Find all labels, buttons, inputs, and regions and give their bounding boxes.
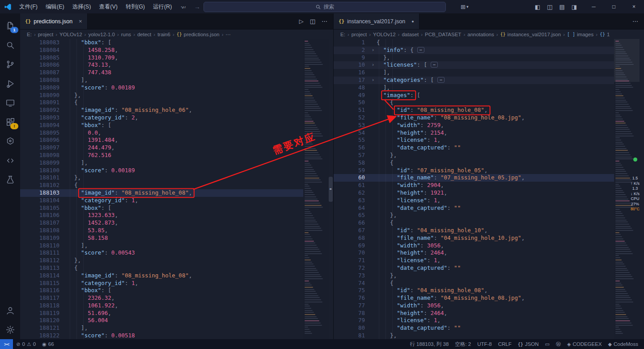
window-close-button[interactable]: × <box>624 0 644 13</box>
code-line[interactable]: 188108 53.85, <box>20 227 303 234</box>
breadcrumb-item[interactable]: PCB_DATASET <box>425 32 461 37</box>
menu-item-3[interactable]: 查看(V) <box>95 0 122 13</box>
breadcrumb-item[interactable]: yolov12-1.0 <box>88 32 114 37</box>
split-editor-icon[interactable]: ◫ <box>310 18 315 25</box>
tab-close-icon[interactable]: × <box>79 18 82 25</box>
code-line[interactable]: 188083 "bbox": [ <box>20 39 303 47</box>
breadcrumb-item[interactable]: {}1 <box>600 32 610 37</box>
code-line[interactable]: 188103 "image_id": "08_missing_hole_08", <box>20 189 303 197</box>
code-line[interactable]: 59 "id": "07_missing_hole_05", <box>334 167 614 174</box>
code-line[interactable]: 188095 0.0, <box>20 129 303 137</box>
breadcrumb-item[interactable]: train6 <box>157 32 170 37</box>
code-line[interactable]: 51 "id": "08_missing_hole_08", <box>334 106 614 114</box>
breadcrumb-item[interactable]: {}predictions.json <box>177 32 220 37</box>
code-line[interactable]: 188114 "image_id": "08_missing_hole_08", <box>20 272 303 280</box>
code-line[interactable]: 188110 ], <box>20 242 303 250</box>
code-line[interactable]: 66 { <box>334 219 614 227</box>
editor-left[interactable]: 188083 "bbox": [188084 1458.258,188085 1… <box>20 39 333 339</box>
code-line[interactable]: 80 "date_captured": "" <box>334 324 614 332</box>
code-line[interactable]: 188118 1061.922, <box>20 302 303 310</box>
extension-lab-icon[interactable] <box>0 170 20 189</box>
code-line[interactable]: 9 }, <box>334 54 614 62</box>
code-line[interactable]: 2› "info": {⋯ <box>334 47 614 54</box>
code-line[interactable]: 188116 "bbox": [ <box>20 287 303 294</box>
minimize-button[interactable]: ─ <box>584 0 604 13</box>
layout-icon-1[interactable]: ◫ <box>547 4 552 10</box>
code-line[interactable]: 70 "height": 2464, <box>334 249 614 257</box>
more-actions-icon[interactable]: ⋯ <box>322 18 327 25</box>
remote-indicator[interactable]: >< <box>0 339 13 349</box>
code-line[interactable]: 188111 "score": 0.00543 <box>20 249 303 257</box>
nav-forward-icon[interactable]: → <box>194 3 200 10</box>
menu-item-5[interactable]: 运行(R) <box>149 0 176 13</box>
code-line[interactable]: 76 "file_name": "04_missing_hole_08.jpg"… <box>334 294 614 302</box>
code-line[interactable]: 62 "height": 1921, <box>334 189 614 197</box>
code-line[interactable]: 188088 ], <box>20 77 303 84</box>
code-line[interactable]: 68 "file_name": "04_missing_hole_10.jpg"… <box>334 234 614 242</box>
code-line[interactable]: 58 { <box>334 159 614 167</box>
breadcrumb-item[interactable]: project <box>38 32 54 37</box>
code-line[interactable]: 73 }, <box>334 272 614 280</box>
breadcrumb-item[interactable]: YOLOv12 <box>373 32 396 37</box>
remote-explorer-icon[interactable] <box>0 93 20 112</box>
menu-item-2[interactable]: 选择(S) <box>68 0 95 13</box>
code-line[interactable]: 188084 1458.258, <box>20 47 303 54</box>
code-line[interactable]: 188101 }, <box>20 174 303 182</box>
code-line[interactable]: 16 ], <box>334 69 614 77</box>
command-center-search[interactable]: 搜索 <box>203 2 446 12</box>
nav-back-icon[interactable]: ← <box>181 3 187 10</box>
code-line[interactable]: 188091 { <box>20 99 303 106</box>
editor-right[interactable]: 1{2› "info": {⋯9 },10› "licenses": [⋯16 … <box>334 39 644 339</box>
code-line[interactable]: 188096 1391.484, <box>20 136 303 144</box>
code-line[interactable]: 188093 "category_id": 2, <box>20 114 303 122</box>
language-mode[interactable]: {}JSON <box>515 339 542 349</box>
code-line[interactable]: 188117 2326.32, <box>20 294 303 302</box>
code-line[interactable]: 54 "height": 2154, <box>334 129 614 137</box>
code-line[interactable]: 188087 747.438 <box>20 69 303 77</box>
fold-chevron-icon[interactable]: › <box>369 77 377 84</box>
codegeex[interactable]: ◈CODEGEEX <box>564 339 605 349</box>
explorer-icon[interactable]: 1 <box>0 16 20 35</box>
code-line[interactable]: 48 ], <box>334 84 614 92</box>
run-debug-icon[interactable] <box>0 74 20 93</box>
code-line[interactable]: 56 "date_captured": "" <box>334 144 614 152</box>
code-line[interactable]: 188106 1323.633, <box>20 212 303 219</box>
extension-hub-icon[interactable] <box>0 132 20 151</box>
maximize-button[interactable]: □ <box>604 0 624 13</box>
code-line[interactable]: 188112 }, <box>20 257 303 264</box>
code-line[interactable]: 69 "width": 3056, <box>334 242 614 250</box>
fold-ellipsis-badge[interactable]: ⋯ <box>417 47 424 53</box>
code-line[interactable]: 188089 "score": 0.00189 <box>20 84 303 92</box>
code-line[interactable]: 65 }, <box>334 212 614 219</box>
code-line[interactable]: 79 "license": 1, <box>334 317 614 324</box>
breadcrumb-item[interactable]: dataset <box>402 32 419 37</box>
code-line[interactable]: 188100 "score": 0.00189 <box>20 167 303 174</box>
code-line[interactable]: 188120 56.004 <box>20 317 303 324</box>
fold-ellipsis-badge[interactable]: ⋯ <box>431 62 438 68</box>
breadcrumb-item[interactable]: annotations <box>467 32 494 37</box>
code-line[interactable]: 71 "license": 1, <box>334 257 614 264</box>
counter-indicator[interactable]: ◉ 66 <box>39 339 57 349</box>
tab-predictions-json[interactable]: {} predictions.json × <box>20 13 88 29</box>
code-line[interactable]: 10› "licenses": [⋯ <box>334 61 614 69</box>
code-line[interactable]: 188104 "category_id": 1, <box>20 197 303 204</box>
code-line[interactable]: 55 "license": 1, <box>334 136 614 144</box>
source-control-icon[interactable] <box>0 55 20 74</box>
breadcrumb-item[interactable]: runs <box>121 32 131 37</box>
code-line[interactable]: 78 "height": 2464, <box>334 310 614 317</box>
code-line[interactable]: 1{ <box>334 39 614 47</box>
code-line[interactable]: 57 }, <box>334 152 614 159</box>
breadcrumb-item[interactable]: [ ]images <box>567 32 593 37</box>
breadcrumb-item[interactable]: project <box>352 32 367 37</box>
more-actions-icon[interactable]: ⋯ <box>632 18 638 25</box>
code-line[interactable]: 75 "id": "04_missing_hole_08", <box>334 287 614 294</box>
w-extension-icon[interactable]: Ⓦ <box>553 339 564 349</box>
scrollbar-grip[interactable]: ≡ <box>329 177 333 202</box>
code-line[interactable]: 188090 }, <box>20 92 303 99</box>
code-line[interactable]: 50 { <box>334 99 614 106</box>
code-line[interactable]: 52 "file_name": "08_missing_hole_08.jpg"… <box>334 114 614 122</box>
extensions-icon[interactable]: ! <box>0 112 20 132</box>
code-line[interactable]: 188105 "bbox": [ <box>20 204 303 212</box>
code-line[interactable]: 81 }, <box>334 332 614 339</box>
encoding[interactable]: UTF-8 <box>474 339 495 349</box>
